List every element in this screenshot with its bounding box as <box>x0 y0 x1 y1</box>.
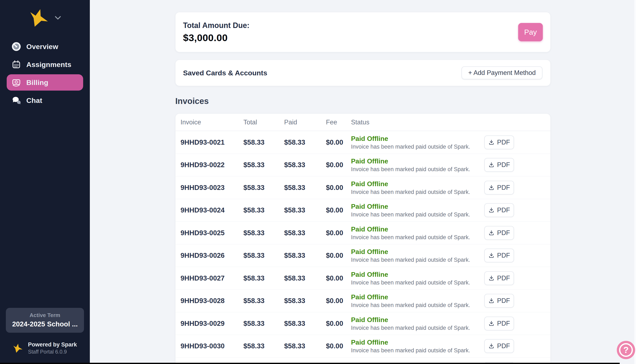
pdf-download-button[interactable]: PDF <box>484 339 514 353</box>
sidebar-item-billing[interactable]: Billing <box>7 74 83 90</box>
status-note: Invoice has been marked paid outside of … <box>351 166 484 172</box>
banknote-icon <box>12 78 21 87</box>
invoice-row: 9HHD93-0026 $58.33 $58.33 $0.00 Paid Off… <box>175 244 550 267</box>
sidebar: Overview Assignments <box>0 0 90 364</box>
pdf-label: PDF <box>497 320 510 327</box>
download-icon <box>488 230 495 236</box>
sidebar-footer: Powered by Spark Staff Portal 6.0.9 <box>0 342 90 355</box>
pdf-download-button[interactable]: PDF <box>484 248 514 262</box>
invoice-fee: $0.00 <box>326 297 351 305</box>
sidebar-item-assignments[interactable]: Assignments <box>7 56 83 73</box>
download-icon <box>488 343 495 349</box>
download-icon <box>488 252 495 258</box>
invoice-row: 9HHD93-0029 $58.33 $58.33 $0.00 Paid Off… <box>175 312 550 335</box>
invoice-total: $58.33 <box>243 138 284 146</box>
invoice-total: $58.33 <box>243 184 284 192</box>
invoice-total: $58.33 <box>243 320 284 328</box>
pdf-download-button[interactable]: PDF <box>484 158 514 172</box>
invoice-fee: $0.00 <box>326 274 351 282</box>
add-payment-method-button[interactable]: + Add Payment Method <box>462 66 542 79</box>
column-header-fee: Fee <box>326 118 351 126</box>
invoice-total: $58.33 <box>243 161 284 169</box>
pdf-download-button[interactable]: PDF <box>484 136 514 149</box>
invoices-table-card: Invoice Total Paid Fee Status 9HHD93-002… <box>175 114 550 364</box>
help-button[interactable]: ? <box>617 341 635 359</box>
sidebar-item-overview[interactable]: Overview <box>7 38 83 55</box>
invoice-paid: $58.33 <box>284 138 326 146</box>
invoice-fee: $0.00 <box>326 320 351 328</box>
pdf-download-button[interactable]: PDF <box>484 316 514 330</box>
invoice-total: $58.33 <box>243 342 284 350</box>
pay-button[interactable]: Pay <box>518 23 543 41</box>
sidebar-nav: Overview Assignments <box>0 38 90 108</box>
invoice-row: 9HHD93-0024 $58.33 $58.33 $0.00 Paid Off… <box>175 199 550 222</box>
pdf-label: PDF <box>497 206 510 214</box>
total-due-label: Total Amount Due: <box>183 21 249 30</box>
spark-logo-icon <box>29 9 49 27</box>
download-icon <box>488 275 495 281</box>
pdf-download-button[interactable]: PDF <box>484 203 514 217</box>
download-icon <box>488 139 495 146</box>
pdf-download-button[interactable]: PDF <box>484 271 514 285</box>
status-badge: Paid Offline <box>351 180 484 188</box>
invoice-fee: $0.00 <box>326 252 351 260</box>
download-icon <box>488 298 495 304</box>
invoice-number: 9HHD93-0023 <box>181 184 243 192</box>
download-icon <box>488 184 495 191</box>
invoice-paid: $58.33 <box>284 320 326 328</box>
pdf-label: PDF <box>497 229 510 237</box>
sidebar-item-label: Assignments <box>26 60 72 69</box>
sidebar-item-label: Chat <box>26 96 42 104</box>
download-icon <box>488 207 495 213</box>
total-due-card: Total Amount Due: $3,000.00 Pay <box>175 12 550 52</box>
window-bottom-edge <box>0 363 620 364</box>
invoice-number: 9HHD93-0025 <box>181 229 243 237</box>
invoice-number: 9HHD93-0022 <box>181 161 243 169</box>
sidebar-item-label: Overview <box>26 42 58 51</box>
invoice-paid: $58.33 <box>284 342 326 350</box>
invoice-row: 9HHD93-0027 $58.33 $58.33 $0.00 Paid Off… <box>175 267 550 290</box>
column-header-status: Status <box>351 118 484 126</box>
pdf-download-button[interactable]: PDF <box>484 294 514 308</box>
invoice-total: $58.33 <box>243 297 284 305</box>
pdf-label: PDF <box>497 274 510 282</box>
invoices-title: Invoices <box>175 96 550 106</box>
column-header-paid: Paid <box>284 118 326 126</box>
sidebar-spacer <box>0 108 90 308</box>
invoice-number: 9HHD93-0026 <box>181 252 243 260</box>
status-note: Invoice has been marked paid outside of … <box>351 144 484 150</box>
status-note: Invoice has been marked paid outside of … <box>351 212 484 218</box>
status-badge: Paid Offline <box>351 248 484 256</box>
invoice-row: 9HHD93-0030 $58.33 $58.33 $0.00 Paid Off… <box>175 335 550 358</box>
chat-bubbles-icon <box>12 96 21 105</box>
invoice-paid: $58.33 <box>284 206 326 214</box>
status-badge: Paid Offline <box>351 338 484 346</box>
status-note: Invoice has been marked paid outside of … <box>351 302 484 308</box>
scrollbar-track[interactable] <box>634 0 636 364</box>
pdf-label: PDF <box>497 252 510 259</box>
invoice-fee: $0.00 <box>326 206 351 214</box>
spark-logo-small-icon <box>13 343 24 353</box>
status-badge: Paid Offline <box>351 157 484 165</box>
sidebar-item-chat[interactable]: Chat <box>7 92 83 108</box>
chevron-down-icon[interactable] <box>55 16 61 20</box>
logo-row[interactable] <box>0 8 90 28</box>
download-icon <box>488 320 495 327</box>
status-note: Invoice has been marked paid outside of … <box>351 280 484 286</box>
app-window: Overview Assignments <box>0 0 636 364</box>
active-term-box: Active Term 2024-2025 School ... <box>6 308 84 333</box>
invoice-total: $58.33 <box>243 252 284 260</box>
invoice-row: 9HHD93-0025 $58.33 $58.33 $0.00 Paid Off… <box>175 222 550 244</box>
invoice-number: 9HHD93-0024 <box>181 206 243 214</box>
status-badge: Paid Offline <box>351 203 484 210</box>
pdf-download-button[interactable]: PDF <box>484 226 514 240</box>
invoice-fee: $0.00 <box>326 229 351 237</box>
invoice-row: 9HHD93-0023 $58.33 $58.33 $0.00 Paid Off… <box>175 176 550 199</box>
help-icon: ? <box>617 341 635 359</box>
invoice-number: 9HHD93-0030 <box>181 342 243 350</box>
column-header-invoice: Invoice <box>181 118 243 126</box>
column-header-total: Total <box>243 118 284 126</box>
calendar-icon <box>12 60 21 69</box>
invoice-number: 9HHD93-0021 <box>181 138 243 146</box>
pdf-download-button[interactable]: PDF <box>484 181 514 194</box>
